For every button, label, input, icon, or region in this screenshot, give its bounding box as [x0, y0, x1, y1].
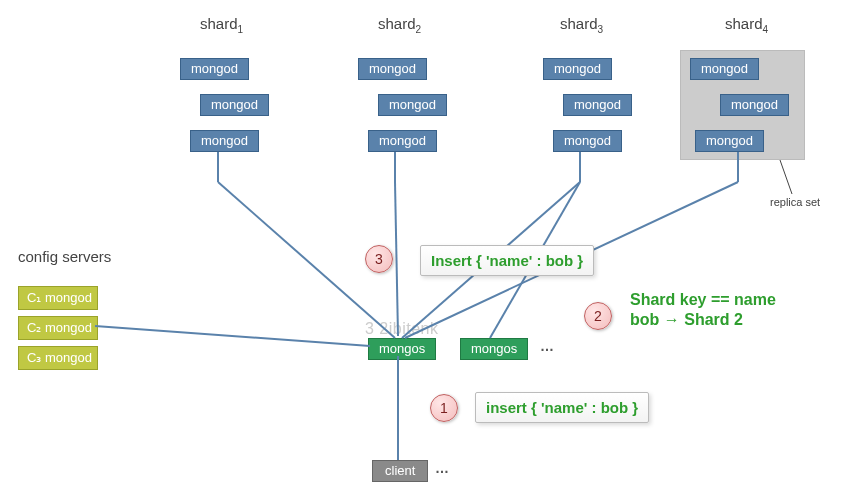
shard3-label: shard3: [560, 15, 603, 35]
callout-2-line2: bob → Shard 2: [630, 310, 776, 330]
svg-line-5: [395, 182, 398, 336]
shard2-mongod-3: mongod: [368, 130, 437, 152]
shard1-label: shard1: [200, 15, 243, 35]
shard4-mongod-2: mongod: [720, 94, 789, 116]
watermark: 3 2ibitenk: [365, 320, 439, 338]
config-server-2: C₂ mongod: [18, 316, 98, 340]
config-servers-heading: config servers: [18, 248, 111, 265]
replica-set-label: replica set: [770, 196, 820, 208]
client-box: client: [372, 460, 428, 482]
svg-line-11: [780, 160, 792, 194]
shard3-mongod-3: mongod: [553, 130, 622, 152]
mongos-ellipsis: …: [540, 338, 554, 354]
callout-1: insert { 'name' : bob }: [475, 392, 649, 423]
step-1-badge: 1: [430, 394, 458, 422]
mongos-2: mongos: [460, 338, 528, 360]
config-server-1: C₁ mongod: [18, 286, 98, 310]
shard4-label: shard4: [725, 15, 768, 35]
config-server-3: C₃ mongod: [18, 346, 98, 370]
shard4-mongod-1: mongod: [690, 58, 759, 80]
mongos-1: mongos: [368, 338, 436, 360]
shard3-mongod-2: mongod: [563, 94, 632, 116]
shard1-mongod-3: mongod: [190, 130, 259, 152]
client-ellipsis: …: [435, 460, 449, 476]
shard1-mongod-2: mongod: [200, 94, 269, 116]
callout-2: Shard key == name bob → Shard 2: [630, 290, 776, 330]
shard2-mongod-1: mongod: [358, 58, 427, 80]
step-3-badge: 3: [365, 245, 393, 273]
shard4-mongod-3: mongod: [695, 130, 764, 152]
svg-line-9: [95, 326, 370, 346]
callout-3: Insert { 'name' : bob }: [420, 245, 594, 276]
shard2-mongod-2: mongod: [378, 94, 447, 116]
shard2-label: shard2: [378, 15, 421, 35]
shard3-mongod-1: mongod: [543, 58, 612, 80]
step-2-badge: 2: [584, 302, 612, 330]
shard1-mongod-1: mongod: [180, 58, 249, 80]
callout-2-line1: Shard key == name: [630, 290, 776, 310]
